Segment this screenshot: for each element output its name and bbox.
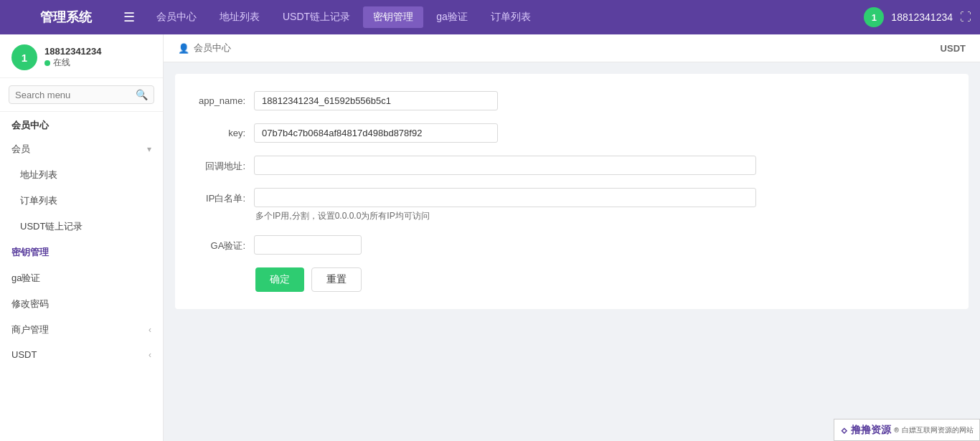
sidebar-item-usdt-records[interactable]: USDT链上记录 xyxy=(0,214,163,240)
breadcrumb-label: 会员中心 xyxy=(194,42,231,54)
topnav-username: 18812341234 xyxy=(891,11,953,23)
sidebar-search-inner: 🔍 xyxy=(9,85,154,104)
nav-link-address[interactable]: 地址列表 xyxy=(209,6,270,28)
form-actions: 确定 重置 xyxy=(189,267,954,292)
nav-link-keys[interactable]: 密钥管理 xyxy=(363,6,423,28)
form-row-appname: app_name: xyxy=(189,91,954,110)
sidebar-user-panel: 1 18812341234 在线 xyxy=(0,34,163,78)
nav-link-usdt[interactable]: USDT链上记录 xyxy=(273,6,360,28)
ip-field-group: 多个IP用,分割，设置0.0.0.0为所有IP均可访问 xyxy=(254,188,756,222)
sidebar-item-member-group[interactable]: 会员 ▾ xyxy=(0,136,163,162)
sidebar-item-orders[interactable]: 订单列表 xyxy=(0,188,163,214)
sidebar-ga-label: ga验证 xyxy=(11,272,40,285)
sidebar-item-key-management[interactable]: 密钥管理 xyxy=(0,240,163,265)
ga-label: GA验证: xyxy=(189,235,254,252)
watermark: ⬦ 撸撸资源 ® 白嫖互联网资源的网站 xyxy=(834,419,980,441)
key-input[interactable] xyxy=(254,123,498,143)
sidebar-merchant-label: 商户管理 xyxy=(11,323,49,336)
app-logo: 管理系统 xyxy=(9,9,123,26)
sidebar-item-usdt-group[interactable]: USDT ‹ xyxy=(0,343,163,366)
ip-whitelist-label: IP白名单: xyxy=(189,188,254,205)
form-row-ip: IP白名单: 多个IP用,分割，设置0.0.0.0为所有IP均可访问 xyxy=(189,188,954,222)
sidebar-status: 在线 xyxy=(44,57,102,69)
nav-links: 会员中心 地址列表 USDT链上记录 密钥管理 ga验证 订单列表 xyxy=(146,6,864,28)
appname-input[interactable] xyxy=(254,91,498,110)
main-content: 👤 会员中心 USDT app_name: key: 回调地址: IP白名单: xyxy=(164,34,980,441)
ip-whitelist-input[interactable] xyxy=(254,188,756,207)
form-card: app_name: key: 回调地址: IP白名单: 多个IP用,分割，设置0… xyxy=(175,74,969,309)
sidebar-change-pwd-label: 修改密码 xyxy=(11,298,49,310)
sidebar-search-container: 🔍 xyxy=(0,78,163,112)
sidebar-address-label: 地址列表 xyxy=(20,169,57,181)
sidebar-orders-label: 订单列表 xyxy=(20,194,57,207)
ip-hint: 多个IP用,分割，设置0.0.0.0为所有IP均可访问 xyxy=(254,207,756,222)
expand-icon[interactable]: ⛶ xyxy=(960,11,971,24)
sidebar-item-change-password[interactable]: 修改密码 xyxy=(0,291,163,317)
watermark-icon: ⬦ xyxy=(840,422,848,437)
callback-input[interactable] xyxy=(254,156,756,175)
sidebar-username: 18812341234 xyxy=(44,46,102,57)
sidebar-item-address[interactable]: 地址列表 xyxy=(0,162,163,188)
sidebar-item-member-label: 会员 xyxy=(11,143,30,156)
top-navigation: 管理系统 ☰ 会员中心 地址列表 USDT链上记录 密钥管理 ga验证 订单列表… xyxy=(0,0,980,34)
breadcrumb-usdt: USDT xyxy=(941,43,966,54)
search-input[interactable] xyxy=(15,90,136,100)
key-label: key: xyxy=(189,123,254,138)
sidebar-user-info: 18812341234 在线 xyxy=(44,46,102,69)
callback-label: 回调地址: xyxy=(189,156,254,173)
sidebar-usdt-label: USDT链上记录 xyxy=(20,220,83,233)
confirm-button[interactable]: 确定 xyxy=(255,267,304,292)
chevron-left-icon-2: ‹ xyxy=(149,350,151,360)
nav-link-ga[interactable]: ga验证 xyxy=(426,6,478,28)
watermark-logo: 撸撸资源 xyxy=(851,424,891,437)
search-icon[interactable]: 🔍 xyxy=(136,89,148,100)
reset-button[interactable]: 重置 xyxy=(311,267,362,292)
sidebar-key-label: 密钥管理 xyxy=(11,246,49,259)
nav-link-members[interactable]: 会员中心 xyxy=(146,6,207,28)
form-row-key: key: xyxy=(189,123,954,143)
topnav-avatar: 1 xyxy=(864,7,884,27)
status-dot-icon xyxy=(44,60,50,66)
topnav-right: 1 18812341234 ⛶ xyxy=(864,7,971,27)
breadcrumb: 👤 会员中心 USDT xyxy=(164,34,980,62)
chevron-down-icon: ▾ xyxy=(147,144,151,154)
sidebar-status-label: 在线 xyxy=(53,57,70,69)
sidebar-section-members: 会员中心 xyxy=(0,112,163,136)
menu-toggle-icon[interactable]: ☰ xyxy=(123,9,135,25)
form-row-ga: GA验证: xyxy=(189,235,954,255)
form-row-callback: 回调地址: xyxy=(189,156,954,175)
chevron-left-icon: ‹ xyxy=(149,325,151,335)
sidebar-usdt-group-label: USDT xyxy=(11,349,37,360)
sidebar-avatar: 1 xyxy=(11,44,37,70)
nav-link-orders[interactable]: 订单列表 xyxy=(481,6,541,28)
breadcrumb-left: 👤 会员中心 xyxy=(178,42,231,54)
watermark-registered: ® xyxy=(894,427,899,434)
watermark-tagline: 白嫖互联网资源的网站 xyxy=(902,425,974,435)
person-icon: 👤 xyxy=(178,43,189,54)
sidebar-item-ga[interactable]: ga验证 xyxy=(0,265,163,291)
layout: 1 18812341234 在线 🔍 会员中心 会员 ▾ 地址列表 xyxy=(0,34,980,441)
sidebar-item-merchant-management[interactable]: 商户管理 ‹ xyxy=(0,317,163,343)
sidebar: 1 18812341234 在线 🔍 会员中心 会员 ▾ 地址列表 xyxy=(0,34,164,441)
appname-label: app_name: xyxy=(189,91,254,106)
ga-input[interactable] xyxy=(254,235,362,255)
